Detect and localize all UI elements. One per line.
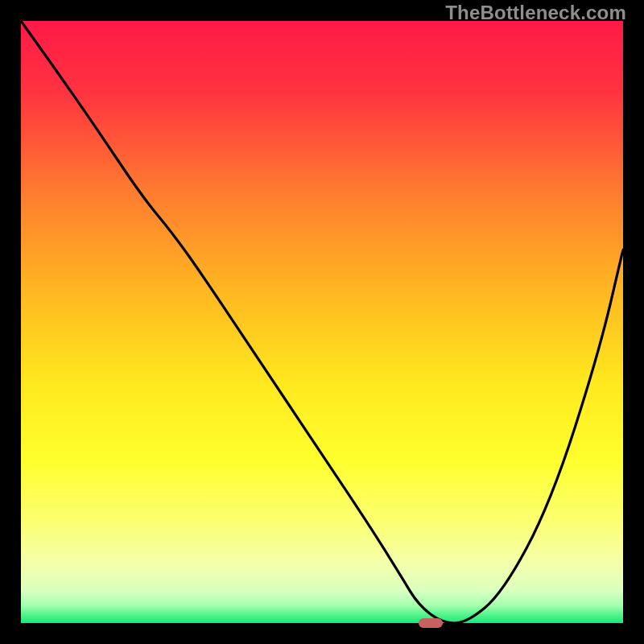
- chart-plot-area: [21, 21, 623, 623]
- chart-background: [21, 21, 623, 623]
- chart-svg: [21, 21, 623, 623]
- optimal-marker: [419, 618, 443, 628]
- watermark-text: TheBottleneck.com: [445, 2, 626, 24]
